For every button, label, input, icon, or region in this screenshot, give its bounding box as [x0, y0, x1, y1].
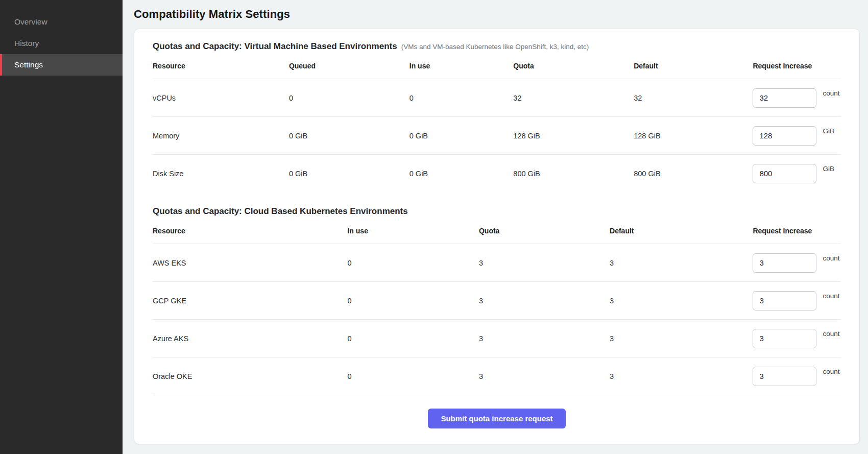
cell-value: 32	[513, 79, 634, 117]
section-title: Quotas and Capacity: Virtual Machine Bas…	[153, 41, 397, 51]
quota-table: ResourceQueuedIn useQuotaDefaultRequest …	[153, 54, 841, 192]
cell-value: 0 GiB	[409, 155, 514, 193]
column-header-default: Default	[610, 219, 753, 244]
cell-value: 0	[347, 282, 478, 320]
request-increase-wrap: GiB	[753, 117, 841, 154]
cell-value: 0 GiB	[289, 117, 409, 155]
resource-name: AWS EKS	[153, 244, 347, 282]
resource-name: GCP GKE	[153, 282, 347, 320]
column-header-in-use: In use	[409, 54, 514, 79]
request-increase-input-vcpus[interactable]	[753, 88, 816, 108]
cell-value: 128 GiB	[634, 117, 753, 155]
cell-value: 0	[347, 320, 478, 357]
cell-value: 3	[479, 320, 610, 357]
cell-value: 0	[347, 357, 478, 395]
resource-name: Disk Size	[153, 155, 289, 193]
column-header-in-use: In use	[347, 219, 478, 244]
column-header-default: Default	[634, 54, 753, 79]
request-increase-input-aws-eks[interactable]	[753, 253, 816, 273]
column-header-request-increase: Request Increase	[753, 219, 841, 244]
table-row: Oracle OKE033count	[153, 357, 841, 395]
section-heading-row: Quotas and Capacity: Virtual Machine Bas…	[153, 41, 841, 52]
column-header-resource: Resource	[153, 54, 289, 79]
request-increase-input-memory[interactable]	[753, 126, 816, 146]
cell-value: 32	[634, 79, 753, 117]
cell-value: 128 GiB	[513, 117, 634, 155]
unit-label: count	[823, 368, 839, 375]
unit-label: count	[823, 330, 839, 338]
unit-label: count	[823, 292, 839, 300]
section-note: (VMs and VM-based Kubernetes like OpenSh…	[401, 43, 589, 51]
main-content: Compatibility Matrix Settings Quotas and…	[123, 0, 868, 454]
sidebar-item-history[interactable]: History	[0, 33, 123, 54]
cell-value: 3	[479, 244, 610, 282]
cell-value: 3	[610, 282, 753, 320]
table-header-row: ResourceIn useQuotaDefaultRequest Increa…	[153, 219, 841, 244]
cell-value: 3	[479, 357, 610, 395]
table-row: vCPUs003232count	[153, 79, 841, 117]
table-row: GCP GKE033count	[153, 282, 841, 320]
settings-card: Quotas and Capacity: Virtual Machine Bas…	[134, 29, 860, 444]
submit-quota-increase-button[interactable]: Submit quota increase request	[428, 409, 565, 428]
cell-value: 0 GiB	[289, 155, 409, 193]
resource-name: Azure AKS	[153, 320, 347, 357]
request-increase-input-gcp-gke[interactable]	[753, 291, 816, 310]
cell-value: 0 GiB	[409, 117, 514, 155]
request-increase-input-oracle-oke[interactable]	[753, 367, 816, 386]
request-increase-wrap: GiB	[753, 155, 841, 192]
cell-value: 0	[289, 79, 409, 117]
request-increase-input-disk-size[interactable]	[753, 164, 816, 183]
request-increase-input-azure-aks[interactable]	[753, 329, 816, 348]
request-increase-wrap: count	[753, 357, 841, 395]
quota-sections: Quotas and Capacity: Virtual Machine Bas…	[153, 41, 841, 395]
cell-value: 3	[610, 320, 753, 357]
request-increase-cell: count	[753, 357, 841, 395]
sidebar-item-settings[interactable]: Settings	[0, 54, 123, 76]
cell-value: 3	[610, 357, 753, 395]
unit-label: GiB	[823, 165, 834, 173]
table-header-row: ResourceQueuedIn useQuotaDefaultRequest …	[153, 54, 841, 79]
table-row: AWS EKS033count	[153, 244, 841, 282]
page-title: Compatibility Matrix Settings	[134, 8, 860, 21]
request-increase-wrap: count	[753, 79, 841, 116]
unit-label: count	[823, 89, 839, 97]
cell-value: 0	[347, 244, 478, 282]
submit-row: Submit quota increase request	[153, 395, 841, 437]
request-increase-cell: count	[753, 79, 841, 117]
quota-section-0: Quotas and Capacity: Virtual Machine Bas…	[153, 41, 841, 192]
quota-section-1: Quotas and Capacity: Cloud Based Kuberne…	[153, 206, 841, 395]
request-increase-cell: GiB	[753, 117, 841, 155]
request-increase-cell: GiB	[753, 155, 841, 193]
cell-value: 3	[610, 244, 753, 282]
section-title: Quotas and Capacity: Cloud Based Kuberne…	[153, 206, 408, 216]
resource-name: vCPUs	[153, 79, 289, 117]
request-increase-wrap: count	[753, 244, 841, 281]
cell-value: 800 GiB	[634, 155, 753, 193]
cell-value: 800 GiB	[513, 155, 634, 193]
table-row: Memory0 GiB0 GiB128 GiB128 GiBGiB	[153, 117, 841, 155]
column-header-quota: Quota	[513, 54, 634, 79]
resource-name: Memory	[153, 117, 289, 155]
unit-label: count	[823, 254, 839, 262]
sidebar: OverviewHistorySettings	[0, 0, 123, 454]
cell-value: 0	[409, 79, 514, 117]
request-increase-cell: count	[753, 282, 841, 320]
cell-value: 3	[479, 282, 610, 320]
table-row: Disk Size0 GiB0 GiB800 GiB800 GiBGiB	[153, 155, 841, 193]
request-increase-cell: count	[753, 244, 841, 282]
request-increase-wrap: count	[753, 320, 841, 357]
column-header-resource: Resource	[153, 219, 347, 244]
quota-table: ResourceIn useQuotaDefaultRequest Increa…	[153, 219, 841, 395]
column-header-queued: Queued	[289, 54, 409, 79]
unit-label: GiB	[823, 127, 834, 135]
sidebar-item-overview[interactable]: Overview	[0, 11, 123, 33]
request-increase-cell: count	[753, 320, 841, 357]
column-header-quota: Quota	[479, 219, 610, 244]
resource-name: Oracle OKE	[153, 357, 347, 395]
request-increase-wrap: count	[753, 282, 841, 319]
section-heading-row: Quotas and Capacity: Cloud Based Kuberne…	[153, 206, 841, 217]
column-header-request-increase: Request Increase	[753, 54, 841, 79]
table-row: Azure AKS033count	[153, 320, 841, 357]
